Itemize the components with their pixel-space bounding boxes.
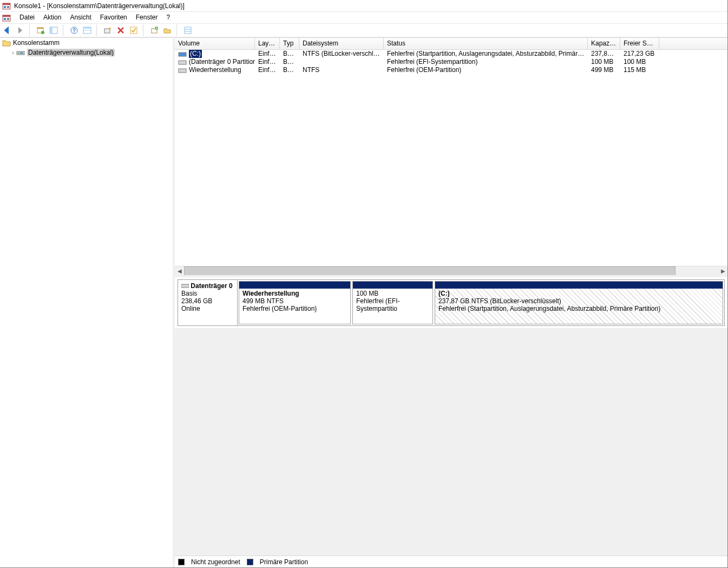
svg-rect-9 [37, 28, 43, 29]
svg-rect-30 [179, 61, 186, 64]
svg-rect-7 [7, 18, 9, 20]
col-layout[interactable]: Layout [255, 38, 280, 50]
svg-rect-1 [3, 3, 10, 5]
back-button[interactable] [1, 24, 13, 36]
menu-datei[interactable]: Datei [15, 12, 39, 23]
disk-state: Online [181, 305, 200, 312]
volume-cap: 499 MB [588, 66, 620, 74]
disk-name: Datenträger 0 [191, 282, 232, 290]
svg-text:?: ? [73, 28, 76, 34]
svg-rect-31 [179, 69, 186, 73]
volume-row[interactable]: WiederherstellungEinfachBasisNTFSFehlerf… [175, 66, 727, 74]
col-typ[interactable]: Typ [280, 38, 299, 50]
volume-body: (C:)EinfachBasisNTFS (BitLocker-verschlü… [175, 50, 727, 266]
help-button[interactable]: ? [68, 24, 80, 36]
add-button[interactable] [148, 24, 160, 36]
showhide-tree-button[interactable] [48, 24, 60, 36]
disk-mgmt-icon [16, 49, 25, 56]
svg-rect-28 [20, 53, 23, 54]
hscroll-thumb[interactable] [184, 266, 675, 276]
disk-size: 238,46 GB [181, 297, 212, 305]
volume-typ: Basis [280, 66, 299, 74]
col-free[interactable]: Freier Speich [620, 38, 659, 50]
menubar: Datei Aktion Ansicht Favoriten Fenster ? [0, 12, 727, 23]
app-icon [2, 2, 11, 10]
tree-child-label: Datenträgerverwaltung(Lokal) [27, 49, 115, 56]
disk-partitions: Wiederherstellung499 MB NTFSFehlerfrei (… [238, 280, 724, 325]
toolbar-sep-2 [63, 24, 66, 36]
volume-status: Fehlerfrei (EFI-Systempartition) [384, 58, 588, 66]
expand-icon[interactable]: › [10, 49, 16, 56]
col-status[interactable]: Status [384, 38, 588, 50]
volume-free: 100 MB [620, 58, 659, 66]
list-button[interactable] [182, 24, 194, 36]
toolbar-sep-3 [96, 24, 100, 36]
menu-ansicht[interactable]: Ansicht [65, 12, 95, 23]
check-button[interactable] [128, 24, 140, 36]
volume-icon [178, 51, 187, 57]
newwindow-button[interactable] [35, 24, 47, 36]
disk-row: Datenträger 0 Basis 238,46 GB Online Wie… [178, 279, 725, 326]
volume-fs [299, 58, 384, 66]
svg-rect-6 [4, 18, 6, 20]
volume-name: (C:) [189, 50, 202, 58]
window-title: Konsole1 - [Konsolenstamm\Datenträgerver… [14, 0, 185, 12]
hscrollbar[interactable]: ◀ ▶ [175, 266, 727, 275]
settings-button[interactable] [102, 24, 114, 36]
panel-button[interactable] [81, 24, 93, 36]
partition-body: (C:)237,87 GB NTFS (BitLocker-verschlüss… [435, 289, 723, 324]
folder-icon [2, 39, 11, 47]
col-fs[interactable]: Dateisystem [299, 38, 384, 50]
delete-button[interactable] [115, 24, 127, 36]
menu-aktion[interactable]: Aktion [39, 12, 65, 23]
legend: Nicht zugeordnet Primäre Partition [175, 556, 727, 567]
partition[interactable]: Wiederherstellung499 MB NTFSFehlerfrei (… [239, 281, 351, 324]
svg-rect-3 [7, 6, 9, 8]
partition[interactable]: (C:)237,87 GB NTFS (BitLocker-verschlüss… [435, 281, 723, 324]
menu-help[interactable]: ? [162, 12, 174, 23]
mmc-icon [2, 14, 11, 22]
volume-typ: Basis [280, 50, 299, 58]
partition-size: 499 MB NTFS [242, 297, 347, 305]
volume-icon [178, 59, 187, 66]
svg-point-19 [109, 28, 111, 30]
folder-button[interactable] [161, 24, 173, 36]
toolbar-sep-5 [176, 24, 180, 36]
partition-name: Wiederherstellung [242, 290, 347, 297]
workspace: Konsolenstamm › Datenträgerverwaltung(Lo… [0, 37, 727, 567]
forward-button[interactable] [14, 24, 26, 36]
hscroll-track[interactable] [184, 266, 718, 276]
partition[interactable]: 100 MBFehlerfrei (EFI-Systempartitio [352, 281, 433, 324]
disk-info[interactable]: Datenträger 0 Basis 238,46 GB Online [178, 280, 238, 325]
hscroll-right[interactable]: ▶ [718, 266, 727, 276]
menu-fenster[interactable]: Fenster [132, 12, 162, 23]
col-cap[interactable]: Kapazität [588, 38, 620, 50]
volume-status: Fehlerfrei (Startpartition, Auslagerungs… [384, 50, 588, 58]
legend-unalloc: Nicht zugeordnet [191, 558, 240, 566]
volume-free: 217,23 GB [620, 50, 659, 58]
volume-cap: 100 MB [588, 58, 620, 66]
hscroll-left[interactable]: ◀ [175, 266, 184, 276]
volume-row[interactable]: (C:)EinfachBasisNTFS (BitLocker-verschlü… [175, 50, 727, 58]
svg-rect-29 [179, 53, 186, 56]
partition-body: Wiederherstellung499 MB NTFSFehlerfrei (… [239, 289, 350, 324]
volume-row[interactable]: (Datenträger 0 Partition 2)EinfachBasisF… [175, 58, 727, 66]
volume-icon [178, 67, 187, 74]
toolbar-sep [29, 24, 32, 36]
volume-list[interactable]: Volume Layout Typ Dateisystem Status Kap… [175, 38, 727, 275]
volume-name: Wiederherstellung [189, 66, 241, 74]
tree-root-label: Konsolenstamm [13, 39, 60, 47]
svg-point-10 [41, 31, 44, 34]
tree-root[interactable]: Konsolenstamm [0, 38, 173, 48]
svg-rect-32 [181, 284, 189, 288]
partition-status: Fehlerfrei (Startpartition, Auslagerungs… [438, 305, 719, 312]
svg-rect-17 [83, 30, 91, 31]
volume-fs: NTFS [299, 66, 384, 74]
menu-favoriten[interactable]: Favoriten [96, 12, 132, 23]
tree-pane[interactable]: Konsolenstamm › Datenträgerverwaltung(Lo… [0, 37, 175, 567]
tree-disk-mgmt[interactable]: › Datenträgerverwaltung(Lokal) [0, 48, 173, 57]
svg-rect-2 [4, 6, 6, 8]
svg-rect-27 [18, 53, 19, 54]
col-volume[interactable]: Volume [175, 38, 255, 50]
volume-layout: Einfach [255, 66, 280, 74]
